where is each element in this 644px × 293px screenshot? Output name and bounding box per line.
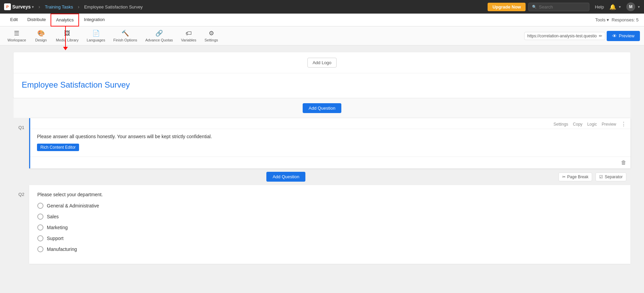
toolbar-variables[interactable]: 🏷 Variables xyxy=(178,29,200,43)
question-row-q2: Q2 Please select your department. Genera… xyxy=(14,185,630,264)
add-question-row-middle: Add Question ✂ Page Break ☑ Separator xyxy=(14,168,630,185)
q2-option-4: Support xyxy=(37,235,622,241)
toolbar-settings[interactable]: ⚙ Settings xyxy=(201,28,222,43)
radio-circle-2[interactable] xyxy=(37,214,43,220)
q1-logic-action[interactable]: Logic xyxy=(587,122,597,127)
secondary-nav: Edit Distribute Analytics Integration To… xyxy=(0,14,644,26)
toolbar-advance-quotas[interactable]: 🔗 Advance Quotas xyxy=(142,28,176,43)
app-name-label: Surveys xyxy=(12,4,31,10)
content-area: Add Logo Employee Satisfaction Survey Ad… xyxy=(0,45,644,293)
finish-options-icon: 🔨 xyxy=(121,30,129,37)
survey-title: Employee Satisfaction Survey xyxy=(22,80,622,90)
q1-delete-icon[interactable]: 🗑 xyxy=(621,160,626,166)
toolbar-languages[interactable]: 📄 Languages xyxy=(83,28,108,43)
q2-option-5: Manufacturing xyxy=(37,246,622,252)
radio-circle-1[interactable] xyxy=(37,203,43,209)
toolbar: ☰ Workspace 🎨 Design 🖼 Media Library 📄 L… xyxy=(0,26,644,45)
toolbar-media-library[interactable]: 🖼 Media Library xyxy=(53,29,82,43)
languages-icon: 📄 xyxy=(92,30,100,37)
q1-copy-action[interactable]: Copy xyxy=(573,122,583,127)
toolbar-workspace[interactable]: ☰ Workspace xyxy=(4,28,30,43)
logo-area: Add Logo xyxy=(14,52,630,73)
breadcrumb-sep: › xyxy=(38,4,40,10)
radio-circle-3[interactable] xyxy=(37,224,43,231)
main-area: Add Logo Employee Satisfaction Survey Ad… xyxy=(0,45,644,293)
nav-distribute[interactable]: Distribute xyxy=(22,14,51,26)
page-break-icon: ✂ xyxy=(562,175,566,179)
add-logo-button[interactable]: Add Logo xyxy=(307,58,337,68)
separator-button[interactable]: ☑ Separator xyxy=(595,172,626,181)
top-bar: P Surveys ▾ › Training Tasks › Employee … xyxy=(0,0,644,14)
q2-number: Q2 xyxy=(14,185,29,202)
url-bar: https://correlation-analysis-test.questi… xyxy=(524,32,605,40)
q2-option-1: General & Administrative xyxy=(37,203,622,209)
breadcrumb-current: Employee Satisfaction Survey xyxy=(84,4,143,10)
breadcrumb-link[interactable]: Training Tasks xyxy=(45,4,73,10)
toolbar-finish-options[interactable]: 🔨 Finish Options xyxy=(110,28,140,43)
nav-analytics[interactable]: Analytics xyxy=(51,14,79,26)
media-library-icon: 🖼 xyxy=(64,30,70,37)
page-break-button[interactable]: ✂ Page Break xyxy=(558,172,592,181)
variables-icon: 🏷 xyxy=(186,30,192,37)
q2-option-3: Marketing xyxy=(37,224,622,231)
rich-content-editor-button[interactable]: Rich Content Editor xyxy=(37,144,79,151)
notif-dropdown[interactable]: ▾ xyxy=(619,5,621,9)
survey-title-area: Employee Satisfaction Survey xyxy=(14,73,630,98)
search-input[interactable] xyxy=(539,4,583,10)
design-icon: 🎨 xyxy=(37,30,45,37)
add-question-center: Add Question xyxy=(14,172,558,182)
upgrade-now-button[interactable]: Upgrade Now xyxy=(488,3,526,11)
radio-circle-4[interactable] xyxy=(37,235,43,241)
q2-text: Please select your department. xyxy=(37,192,622,197)
search-box: 🔍 xyxy=(528,3,589,11)
nav-edit[interactable]: Edit xyxy=(5,14,22,26)
tools-button[interactable]: Tools ▾ xyxy=(595,17,609,22)
survey-header-card: Add Logo Employee Satisfaction Survey xyxy=(14,52,630,98)
url-edit-icon[interactable]: ✏ xyxy=(599,34,602,38)
search-icon: 🔍 xyxy=(532,5,537,9)
preview-eye-icon: 👁 xyxy=(612,33,617,39)
q1-preview-action[interactable]: Preview xyxy=(602,122,616,127)
q1-settings-action[interactable]: Settings xyxy=(553,122,568,127)
add-question-bar-top: Add Question xyxy=(14,98,630,118)
app-logo[interactable]: P Surveys ▾ xyxy=(4,3,34,10)
workspace-icon: ☰ xyxy=(14,30,19,37)
q1-number: Q1 xyxy=(14,118,29,135)
notification-icon[interactable]: 🔔 xyxy=(609,4,616,10)
q1-card: Settings Copy Logic Preview ⋮ Please ans… xyxy=(29,118,630,168)
help-label[interactable]: Help xyxy=(595,4,604,10)
nav-integration[interactable]: Integration xyxy=(79,14,109,26)
q1-more-icon[interactable]: ⋮ xyxy=(621,121,626,127)
responses-count: Responses: 5 xyxy=(612,17,639,22)
url-value: https://correlation-analysis-test.questi… xyxy=(527,34,597,38)
advance-quotas-icon: 🔗 xyxy=(155,30,163,37)
app-dropdown-arrow[interactable]: ▾ xyxy=(32,5,34,9)
add-question-right-actions: ✂ Page Break ☑ Separator xyxy=(558,172,630,181)
preview-button[interactable]: 👁 Preview xyxy=(607,31,640,41)
radio-circle-5[interactable] xyxy=(37,246,43,252)
breadcrumb-sep2: › xyxy=(78,4,79,10)
question-row-q1: Q1 Settings Copy Logic Preview ⋮ Please … xyxy=(14,118,630,168)
q1-card-header: Settings Copy Logic Preview ⋮ xyxy=(30,118,630,129)
add-question-button-middle[interactable]: Add Question xyxy=(266,172,305,182)
q1-card-body: Please answer all questions honestly. Yo… xyxy=(30,129,630,157)
avatar-dropdown[interactable]: ▾ xyxy=(638,5,640,9)
toolbar-design[interactable]: 🎨 Design xyxy=(31,28,51,43)
settings-icon: ⚙ xyxy=(209,30,214,37)
avatar[interactable]: M xyxy=(626,2,635,11)
q2-option-2: Sales xyxy=(37,214,622,220)
q2-card: Please select your department. General &… xyxy=(29,185,630,264)
q1-card-footer: 🗑 xyxy=(30,157,630,168)
separator-icon: ☑ xyxy=(599,175,603,179)
q1-text: Please answer all questions honestly. Yo… xyxy=(37,133,624,140)
add-question-button-top[interactable]: Add Question xyxy=(303,103,342,113)
sec-nav-right: Tools ▾ Responses: 5 xyxy=(595,17,639,22)
